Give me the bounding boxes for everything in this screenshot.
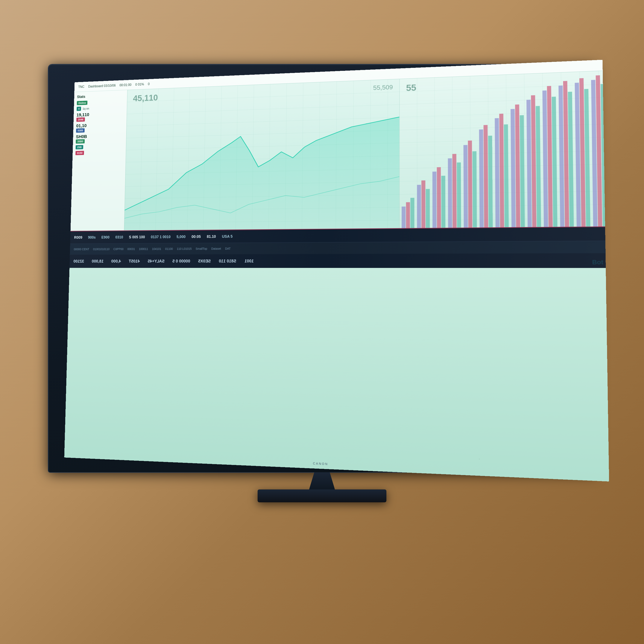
svg-rect-6: [432, 172, 436, 228]
ticker2-item-2: 01001010110: [93, 248, 109, 251]
ticker-item-7: 5,000: [176, 235, 185, 239]
bottom-item-8: S810 110: [219, 259, 236, 264]
svg-rect-19: [499, 114, 504, 227]
bottom-item-9: 1001: [245, 259, 254, 264]
top-bar-app: TNC: [78, 85, 84, 89]
bottom-item-5: SALY+45: [147, 259, 164, 263]
ticker2-item-3: C0PP00: [113, 247, 123, 251]
ticker-item-10: USA 5: [222, 234, 233, 239]
svg-rect-25: [531, 95, 536, 227]
svg-rect-9: [448, 158, 452, 228]
svg-rect-22: [515, 105, 520, 227]
svg-rect-5: [426, 189, 430, 228]
ticker-item-3: E900: [101, 235, 109, 239]
data-row-2: 4 1q on: [77, 105, 124, 111]
data-row-6: 25B: [76, 144, 123, 149]
top-bar-date: Dashboard 03/10/06: [88, 84, 116, 88]
badge-value1: 4: [77, 107, 81, 111]
ticker2-item-8: 110 L01015: [177, 247, 192, 251]
badge-25b: 25B: [76, 145, 83, 149]
bottom-item-2: 18,000: [92, 259, 103, 264]
badge-2046: 2046: [76, 117, 85, 122]
bottom-item-6: 00000 0 5: [172, 259, 190, 263]
svg-rect-21: [510, 109, 516, 227]
svg-rect-2: [410, 198, 414, 228]
ticker2-item-1: 00000 CENT: [74, 248, 89, 251]
ticker-item-6: 0137 1 0010: [151, 235, 170, 239]
ticker-item-4: 0310: [115, 235, 123, 239]
top-bar-stat2: 0: [148, 82, 150, 86]
svg-rect-14: [472, 151, 477, 227]
svg-rect-11: [457, 163, 461, 228]
svg-rect-7: [437, 167, 441, 228]
bottom-item-4: 4105T: [129, 259, 140, 264]
bar-chart-container: 55: [399, 71, 605, 228]
ticker2-item-7: 01100: [165, 247, 173, 251]
badge-0150: 0150: [75, 151, 84, 155]
svg-rect-24: [526, 100, 532, 227]
top-bar-stat1: 0 01%: [135, 82, 144, 86]
bar-chart-svg: [399, 71, 605, 228]
svg-rect-26: [536, 106, 541, 227]
bottom-item-7: SE0X5: [198, 259, 211, 263]
svg-rect-16: [483, 125, 488, 227]
data-row-1: Online: [77, 99, 124, 105]
svg-rect-13: [468, 141, 472, 228]
line-chart-container: 45,110 55,509: [124, 79, 399, 231]
screen-content: TNC Dashboard 03/10/06 00:01:00 0 01% 0 …: [64, 60, 609, 481]
row2-label: 1q on: [82, 106, 98, 110]
line-chart-svg: [124, 79, 399, 231]
monitor-base: [258, 489, 386, 502]
bottom-bar: 32100 18,000 4,000 4105T SALY+45 00000 0…: [70, 253, 606, 268]
svg-rect-18: [495, 118, 500, 227]
ticker2-item-5: 100011: [139, 247, 148, 251]
chart-area: Stats Online 4 1q on 19,110 2046: [70, 71, 605, 232]
bot-text: Bot: [592, 259, 603, 266]
svg-rect-4: [421, 180, 425, 228]
data-row-7: 0150: [75, 150, 123, 155]
svg-rect-23: [520, 115, 525, 227]
ticker-item-1: R009: [74, 235, 82, 240]
badge-35b0: 35B0: [76, 139, 85, 144]
ticker2-item-9: SmallTop: [196, 247, 207, 251]
svg-rect-8: [441, 176, 445, 228]
svg-rect-0: [402, 207, 406, 228]
top-bar-time: 00:01:00: [119, 83, 131, 87]
svg-rect-15: [479, 129, 484, 228]
svg-rect-29: [552, 97, 557, 227]
monitor-neck: [309, 472, 335, 489]
bottom-item-3: 4,000: [111, 259, 121, 264]
monitor-frame: TNC Dashboard 03/10/06 00:01:00 0 01% 0 …: [48, 64, 596, 472]
ticker-item-8: 00:05: [191, 234, 201, 239]
ticker-item-2: 900s: [88, 235, 96, 240]
badge-online: Online: [77, 101, 88, 105]
left-panel: Stats Online 4 1q on 19,110 2046: [70, 90, 127, 231]
screen: TNC Dashboard 03/10/06 00:01:00 0 01% 0 …: [64, 60, 609, 481]
ticker2-item-10: Dataset: [211, 247, 221, 250]
svg-rect-12: [463, 145, 468, 228]
monitor-wrapper: TNC Dashboard 03/10/06 00:01:00 0 01% 0 …: [43, 64, 601, 580]
ticker2-item-6: 104101: [152, 247, 161, 251]
svg-rect-1: [406, 202, 410, 228]
bottom-item-1: 32100: [73, 259, 84, 264]
ticker-item-5: S 005 100: [129, 235, 145, 239]
svg-rect-20: [504, 124, 509, 227]
svg-rect-10: [452, 154, 457, 228]
svg-rect-17: [488, 136, 493, 227]
svg-rect-3: [417, 185, 421, 228]
badge-5305: 5305: [76, 128, 85, 133]
ticker2-item-11: DAT: [225, 247, 231, 250]
svg-rect-27: [542, 90, 548, 227]
ticker2-item-4: 00031: [127, 247, 135, 251]
monitor-brand: CANON: [313, 462, 328, 466]
ticker-item-9: 81.10: [207, 234, 216, 239]
left-panel-title: Stats: [77, 93, 125, 99]
